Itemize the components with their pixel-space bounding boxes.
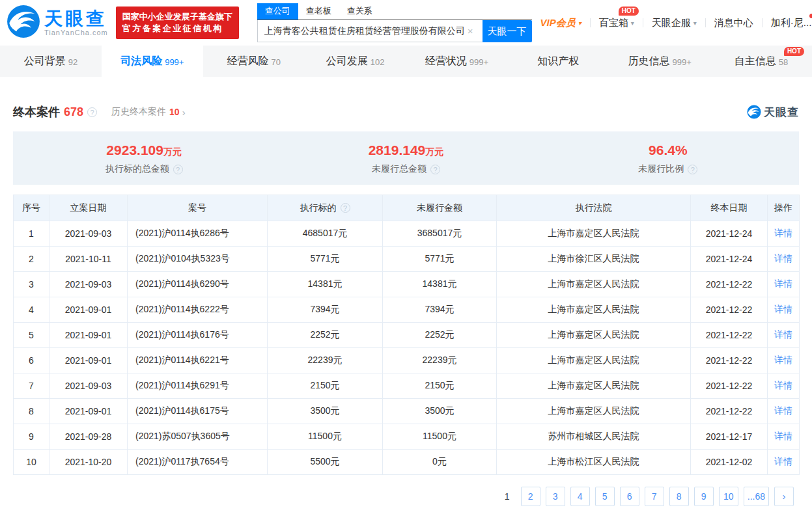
page-button[interactable]: 7 <box>645 487 664 506</box>
watermark-logo-icon <box>747 105 761 119</box>
table-header-row: 序号 立案日期 案号 执行标的 未履行金额 执行法院 终本日期 操作 <box>14 195 800 221</box>
detail-link[interactable]: 详情 <box>774 355 792 365</box>
detail-link[interactable]: 详情 <box>774 329 792 340</box>
col-header-unfulfilled-amount: 未履行金额 <box>383 195 497 221</box>
page-button[interactable]: 3 <box>546 487 565 506</box>
tab-operational-risk[interactable]: 经营风险 70 <box>203 46 305 77</box>
page-button[interactable]: ...68 <box>744 487 769 506</box>
gov-badge-line1: 国家中小企业发展子基金旗下 <box>122 11 232 23</box>
help-icon[interactable] <box>87 107 97 117</box>
detail-link[interactable]: 详情 <box>774 456 792 467</box>
cell-index: 3 <box>14 272 49 297</box>
cell-operation: 详情 <box>768 424 800 450</box>
search-button[interactable]: 天眼一下 <box>483 20 532 42</box>
cell-end-date: 2021-12-24 <box>691 247 768 272</box>
terminated-cases-table: 序号 立案日期 案号 执行标的 未履行金额 执行法院 终本日期 操作 12021… <box>13 195 800 475</box>
next-page-button[interactable]: › <box>774 487 794 506</box>
cell-filing-date: 2021-10-11 <box>49 247 128 272</box>
menu-message-center[interactable]: 消息中心 <box>706 17 762 29</box>
cell-execution-target: 2252元 <box>268 323 383 348</box>
cell-index: 1 <box>14 221 49 247</box>
tab-company-development[interactable]: 公司发展 102 <box>305 46 406 77</box>
detail-link[interactable]: 详情 <box>774 431 792 441</box>
search-input-value: 上海青客公共租赁住房租赁经营管理股份有限公司 <box>264 25 465 37</box>
search-tab-boss[interactable]: 查老板 <box>298 3 339 20</box>
table-row: 42021-09-01(2021)沪0114执6222号7394元7394元上海… <box>14 297 800 323</box>
detail-link[interactable]: 详情 <box>774 304 792 314</box>
hot-badge: HOT <box>619 7 639 16</box>
menu-toolbox[interactable]: HOT 百宝箱 ▾ <box>591 17 643 29</box>
tab-label: 经营状况 <box>425 55 467 68</box>
tab-history-info[interactable]: 历史信息 999+ <box>609 46 710 77</box>
table-row: 102021-10-20(2021)沪0117执7654号5500元0元上海市松… <box>14 450 800 475</box>
search-tab-relation[interactable]: 查关系 <box>339 3 380 20</box>
help-icon[interactable] <box>430 165 440 174</box>
cell-execution-target: 5771元 <box>268 247 383 272</box>
tab-count: 999+ <box>469 57 488 67</box>
cell-end-date: 2021-12-22 <box>691 297 768 323</box>
cell-execution-target: 4685017元 <box>268 221 383 247</box>
menu-user-account[interactable]: 加利·尼... ▾ <box>763 17 812 29</box>
header-menu: VIP会员 ▾ HOT 百宝箱 ▾ 天眼企服 ▾ 消息中心 加利·尼... ▾ <box>532 17 812 29</box>
cell-index: 4 <box>14 297 49 323</box>
detail-link[interactable]: 详情 <box>774 380 792 390</box>
detail-link[interactable]: 详情 <box>774 278 792 289</box>
cell-execution-court: 上海市嘉定区人民法院 <box>497 272 691 297</box>
menu-vip[interactable]: VIP会员 ▾ <box>532 17 590 29</box>
menu-enterprise-service[interactable]: 天眼企服 ▾ <box>643 17 705 29</box>
page-button[interactable]: 10 <box>719 487 738 506</box>
col-header-execution-target: 执行标的 <box>268 195 383 221</box>
page-button[interactable]: 6 <box>620 487 639 506</box>
cell-operation: 详情 <box>768 247 800 272</box>
tab-self-info[interactable]: 自主信息 58 HOT <box>710 46 812 77</box>
menu-vip-label: VIP会员 <box>540 17 576 29</box>
cell-case-number: (2021)沪0114执6221号 <box>128 348 268 373</box>
search-block: 查公司 查老板 查关系 上海青客公共租赁住房租赁经营管理股份有限公司 × 天眼一… <box>257 3 532 42</box>
search-tab-company[interactable]: 查公司 <box>257 3 298 20</box>
col-header-filing-date: 立案日期 <box>49 195 128 221</box>
page-button[interactable]: 2 <box>521 487 540 506</box>
tab-label: 历史信息 <box>628 55 670 68</box>
page-current[interactable]: 1 <box>499 491 516 502</box>
tab-count: 999+ <box>673 57 692 67</box>
help-icon[interactable] <box>688 165 697 174</box>
cell-end-date: 2021-12-17 <box>691 424 768 450</box>
cell-end-date: 2021-12-22 <box>691 323 768 348</box>
page-button[interactable]: 8 <box>669 487 689 506</box>
cell-filing-date: 2021-09-01 <box>49 323 128 348</box>
cell-filing-date: 2021-09-03 <box>49 373 128 399</box>
cell-case-number: (2021)沪0114执6286号 <box>128 221 268 247</box>
tab-intellectual-property[interactable]: 知识产权 <box>507 46 609 77</box>
tab-business-status[interactable]: 经营状况 999+ <box>406 46 508 77</box>
cell-execution-court: 上海市嘉定区人民法院 <box>497 221 691 247</box>
history-cases-link[interactable]: 历史终本案件 10 › <box>111 106 186 118</box>
cell-case-number: (2021)沪0114执6175号 <box>128 399 268 424</box>
cell-unfulfilled-amount: 3500元 <box>383 399 497 424</box>
page-button[interactable]: 4 <box>570 487 590 506</box>
cell-filing-date: 2021-09-01 <box>49 297 128 323</box>
table-row: 82021-09-01(2021)沪0114执6175号3500元3500元上海… <box>14 399 800 424</box>
detail-link[interactable]: 详情 <box>774 253 792 264</box>
cell-unfulfilled-amount: 3685017元 <box>383 221 497 247</box>
search-input[interactable]: 上海青客公共租赁住房租赁经营管理股份有限公司 × <box>257 20 483 42</box>
tab-company-background[interactable]: 公司背景 92 <box>0 46 102 77</box>
help-icon[interactable] <box>341 203 350 213</box>
help-icon[interactable] <box>173 165 183 174</box>
clear-icon[interactable]: × <box>465 25 476 36</box>
page-button[interactable]: 5 <box>595 487 615 506</box>
page-button[interactable]: 9 <box>694 487 714 506</box>
cell-execution-court: 苏州市相城区人民法院 <box>497 424 691 450</box>
cell-unfulfilled-amount: 14381元 <box>383 272 497 297</box>
detail-link[interactable]: 详情 <box>774 405 792 416</box>
cell-case-number: (2021)沪0114执6222号 <box>128 297 268 323</box>
tianyancha-logo[interactable]: 天眼查 TianYanCha.com <box>7 5 108 41</box>
cell-execution-target: 22239元 <box>268 348 383 373</box>
detail-link[interactable]: 详情 <box>774 228 792 238</box>
cell-end-date: 2021-12-22 <box>691 348 768 373</box>
tab-judicial-risk[interactable]: 司法风险 999+ <box>102 46 203 77</box>
cell-end-date: 2021-12-24 <box>691 221 768 247</box>
table-row: 52021-09-01(2021)沪0114执6176号2252元2252元上海… <box>14 323 800 348</box>
section-heading-row: 终本案件 678 历史终本案件 10 › 天眼查 <box>13 104 799 120</box>
cell-operation: 详情 <box>768 399 800 424</box>
cell-case-number: (2021)苏0507执3605号 <box>128 424 268 450</box>
